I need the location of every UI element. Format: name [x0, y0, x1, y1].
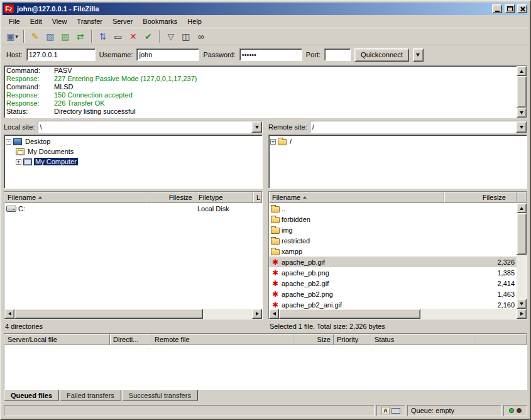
menu-edit[interactable]: Edit: [25, 16, 47, 26]
close-button[interactable]: [517, 4, 527, 13]
quickconnect-dropdown-button[interactable]: [413, 48, 424, 62]
toggle-remote-treeview-button[interactable]: ▨: [58, 30, 72, 43]
expand-expander[interactable]: +: [270, 139, 276, 145]
titlebar[interactable]: Fz john@127.0.0.1 - FileZilla: [3, 3, 528, 15]
success-indicator-button[interactable]: ✔: [141, 30, 155, 43]
file-row-apache-pb2-ani-gif[interactable]: ✱apache_pb2_ani.gif 2,160: [269, 299, 517, 309]
column-header-status[interactable]: Status: [371, 334, 474, 345]
column-header-server-local-file[interactable]: Server/Local file: [4, 334, 110, 345]
remote-site-input[interactable]: [310, 121, 516, 133]
menu-transfer[interactable]: Transfer: [72, 16, 107, 26]
remote-site-dropdown-button[interactable]: [516, 121, 527, 133]
toggle-message-log-button[interactable]: ✎: [28, 30, 42, 43]
scroll-down-button[interactable]: [517, 108, 527, 118]
column-header-remote-file[interactable]: Remote file: [151, 334, 293, 345]
collapse-expander[interactable]: -: [6, 139, 11, 145]
statusbar-message-panel: [4, 405, 375, 416]
scroll-track[interactable]: [517, 76, 527, 108]
tree-item-root[interactable]: + /: [270, 136, 525, 146]
column-header-filename[interactable]: Filename: [269, 192, 444, 203]
expand-expander[interactable]: +: [16, 159, 21, 165]
directory-compare-button[interactable]: ◫: [179, 30, 193, 43]
scroll-right-button[interactable]: [252, 309, 262, 319]
local-file-rows: C: Local Disk: [4, 203, 262, 309]
local-site-input[interactable]: [38, 121, 251, 133]
column-header-lastmodified[interactable]: L: [253, 192, 262, 203]
arrow-up-icon: [520, 70, 523, 73]
app-logo-icon[interactable]: Fz: [4, 4, 14, 13]
scroll-left-button[interactable]: [269, 309, 279, 319]
file-row-restricted[interactable]: restricted: [269, 235, 517, 246]
filter-button[interactable]: ▽: [164, 30, 178, 43]
scroll-down-button[interactable]: [517, 299, 527, 309]
site-manager-button[interactable]: ▣ ▾: [5, 30, 19, 43]
menu-view[interactable]: View: [47, 16, 72, 26]
column-header-filesize[interactable]: Filesize: [444, 192, 517, 203]
tab-successful-transfers[interactable]: Successful transfers: [122, 390, 198, 401]
menubar: File Edit View Transfer Server Bookmarks…: [3, 15, 528, 28]
column-header-size[interactable]: Size: [293, 334, 334, 345]
file-row-apache-pb-gif[interactable]: ✱apache_pb.gif 2,326: [269, 257, 517, 267]
menu-help[interactable]: Help: [182, 16, 207, 26]
scroll-right-button[interactable]: [517, 309, 527, 319]
refresh-button[interactable]: ⇄: [74, 30, 87, 43]
port-input[interactable]: [324, 48, 351, 61]
tree-item-my-computer[interactable]: + My Computer: [6, 157, 261, 167]
file-row-apache-pb2-gif[interactable]: ✱apache_pb2.gif 2,414: [269, 278, 517, 289]
scroll-up-button[interactable]: [517, 203, 527, 213]
column-header-direction[interactable]: Directi...: [110, 334, 151, 345]
local-hscrollbar[interactable]: [4, 309, 262, 319]
quickconnect-button[interactable]: Quickconnect: [354, 48, 409, 62]
file-name: C:: [18, 205, 25, 213]
column-header-filetype[interactable]: Filetype: [195, 192, 253, 203]
remote-hscrollbar[interactable]: [269, 309, 527, 319]
find-files-button[interactable]: ∞: [194, 30, 208, 43]
tree-item-my-documents[interactable]: My Documents: [6, 146, 261, 157]
desktop-icon: [13, 138, 22, 145]
local-site-dropdown-button[interactable]: [251, 121, 262, 133]
scroll-track[interactable]: [14, 309, 252, 319]
log-prefix: Command:: [6, 83, 54, 91]
log-scrollbar[interactable]: [517, 66, 527, 118]
scroll-thumb[interactable]: [517, 76, 527, 108]
arrow-right-icon: [256, 312, 259, 316]
abort-button[interactable]: ✕: [126, 30, 140, 43]
scroll-track[interactable]: [517, 213, 527, 299]
maximize-button[interactable]: [505, 4, 515, 13]
tab-queued-files[interactable]: Queued files: [4, 390, 59, 401]
tree-item-desktop[interactable]: - Desktop: [6, 136, 261, 146]
host-input[interactable]: [26, 48, 96, 61]
file-row-xampp[interactable]: xampp: [269, 246, 517, 257]
scroll-up-button[interactable]: [517, 66, 527, 76]
log-line: Status:Directory listing successful: [6, 108, 515, 116]
scroll-track[interactable]: [279, 309, 517, 319]
remote-site-combo[interactable]: [310, 121, 527, 133]
file-row-forbidden[interactable]: forbidden: [269, 214, 517, 224]
transfer-type-binary-icon[interactable]: [391, 408, 400, 414]
scroll-thumb[interactable]: [517, 213, 527, 255]
scroll-thumb[interactable]: [14, 309, 203, 319]
column-header-priority[interactable]: Priority: [334, 334, 371, 345]
column-header-filesize[interactable]: Filesize: [146, 192, 195, 203]
minimize-button[interactable]: [492, 4, 502, 13]
file-row-apache-pb2-png[interactable]: ✱apache_pb2.png 1,463: [269, 289, 517, 299]
username-input[interactable]: [136, 48, 199, 61]
file-row-updir[interactable]: ..: [269, 203, 517, 214]
menu-bookmarks[interactable]: Bookmarks: [138, 16, 182, 26]
console-button[interactable]: ▭: [111, 30, 125, 43]
file-row-apache-pb-png[interactable]: ✱apache_pb.png 1,385: [269, 267, 517, 278]
menu-server[interactable]: Server: [107, 16, 138, 26]
scroll-thumb[interactable]: [279, 309, 420, 319]
column-header-filename[interactable]: Filename: [4, 192, 146, 203]
menu-file[interactable]: File: [4, 16, 25, 26]
file-row-c-drive[interactable]: C: Local Disk: [4, 203, 262, 214]
transfer-type-ascii-icon[interactable]: A: [381, 407, 390, 414]
local-site-combo[interactable]: [38, 121, 263, 133]
file-row-img[interactable]: img: [269, 224, 517, 235]
scroll-left-button[interactable]: [4, 309, 14, 319]
password-input[interactable]: [239, 48, 302, 61]
toggle-local-treeview-button[interactable]: ▧: [43, 30, 57, 43]
tab-failed-transfers[interactable]: Failed transfers: [60, 390, 121, 401]
remote-vscrollbar[interactable]: [517, 203, 527, 309]
process-queue-button[interactable]: ⇅: [96, 30, 110, 43]
